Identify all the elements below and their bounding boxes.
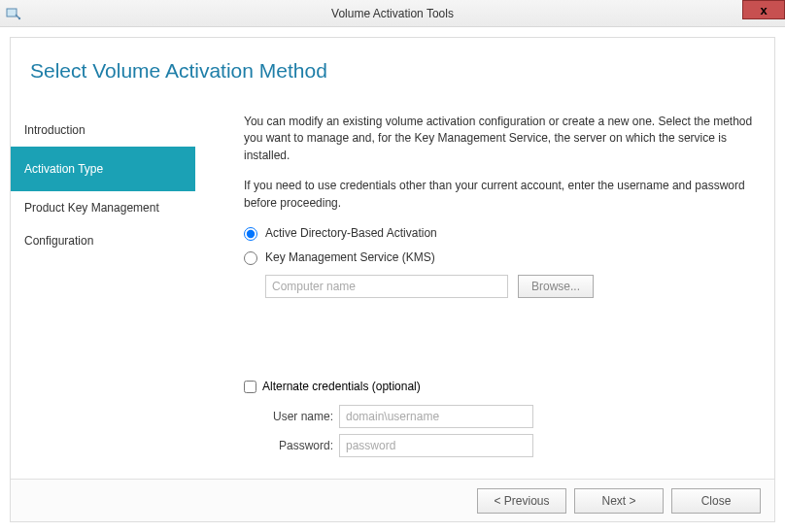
sidebar-item-configuration[interactable]: Configuration [11,224,195,257]
computer-name-input[interactable] [265,275,508,298]
intro-text-2: If you need to use credentials other tha… [244,178,755,212]
sidebar-item-introduction[interactable]: Introduction [11,114,195,147]
window-close-button[interactable]: x [742,0,785,19]
content-area: Select Volume Activation Method Introduc… [10,37,775,522]
wizard-footer: < Previous Next > Close [11,479,774,521]
window-title: Volume Activation Tools [331,7,454,20]
sidebar-item-product-key-management[interactable]: Product Key Management [11,191,195,224]
alt-cred-checkbox-row[interactable]: Alternate credentials (optional) [244,380,533,393]
previous-button[interactable]: < Previous [477,488,566,514]
app-icon [6,6,21,21]
alt-cred-label: Alternate credentials (optional) [262,380,421,393]
intro-text-1: You can modify an existing volume activa… [244,114,755,164]
svg-rect-0 [7,9,17,17]
alt-cred-checkbox[interactable] [244,381,256,393]
svg-point-1 [18,17,20,19]
titlebar: Volume Activation Tools x [0,0,785,27]
radio-adba[interactable] [244,227,257,241]
browse-button[interactable]: Browse... [518,275,594,298]
alternate-credentials-section: Alternate credentials (optional) User na… [244,380,533,463]
password-label: Password: [265,439,333,452]
close-icon: x [760,3,767,17]
radio-adba-row[interactable]: Active Directory-Based Activation [244,225,755,242]
radio-adba-label: Active Directory-Based Activation [265,225,437,242]
username-input[interactable] [339,405,533,428]
radio-kms-label: Key Management Service (KMS) [265,249,435,266]
next-button[interactable]: Next > [574,488,664,514]
username-label: User name: [265,410,333,423]
sidebar: Introduction Activation Type Product Key… [11,114,195,479]
close-button[interactable]: Close [671,488,761,514]
wizard-window: Volume Activation Tools x Select Volume … [0,0,785,532]
sidebar-item-activation-type[interactable]: Activation Type [11,147,195,191]
password-input[interactable] [339,434,533,457]
radio-kms-row[interactable]: Key Management Service (KMS) [244,249,755,266]
page-title: Select Volume Activation Method [11,38,774,83]
radio-kms[interactable] [244,251,257,265]
